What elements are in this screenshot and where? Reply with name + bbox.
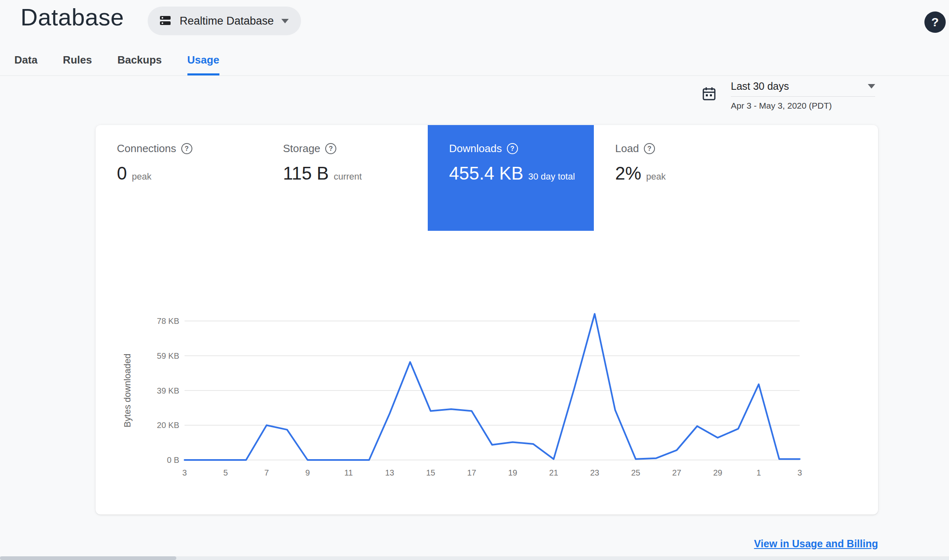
svg-text:20 KB: 20 KB xyxy=(157,421,179,430)
svg-text:17: 17 xyxy=(467,468,476,477)
svg-text:Bytes downloaded: Bytes downloaded xyxy=(122,354,132,428)
svg-text:13: 13 xyxy=(385,468,394,477)
metric-title: Load xyxy=(615,142,639,155)
chevron-down-icon xyxy=(868,84,875,89)
metric-unit-label: 30 day total xyxy=(528,171,575,182)
svg-text:29: 29 xyxy=(713,468,722,477)
svg-text:78 KB: 78 KB xyxy=(157,316,179,326)
usage-chart: 0 B20 KB39 KB59 KB78 KB35791113151719212… xyxy=(96,289,878,486)
page-title: Database xyxy=(21,3,124,31)
usage-billing-link[interactable]: View in Usage and Billing xyxy=(754,538,878,550)
metric-tile-load[interactable]: Load 2% peak xyxy=(594,125,760,231)
help-circle-icon[interactable] xyxy=(181,143,192,154)
metric-unit-label: peak xyxy=(646,171,666,182)
database-selector-label: Realtime Database xyxy=(180,15,274,27)
tab-bar: Data Rules Backups Usage xyxy=(0,51,949,76)
database-usage-page: Database Realtime Database ? Data Rules … xyxy=(0,0,949,560)
svg-text:1: 1 xyxy=(756,468,761,477)
database-selector[interactable]: Realtime Database xyxy=(148,7,301,35)
horizontal-scrollbar-thumb[interactable] xyxy=(0,556,176,560)
date-range-preset: Last 30 days xyxy=(731,80,789,92)
metric-value: 2% xyxy=(615,163,641,184)
svg-text:3: 3 xyxy=(182,468,187,477)
metric-title: Connections xyxy=(117,142,176,155)
metric-value: 0 xyxy=(117,163,127,184)
svg-text:59 KB: 59 KB xyxy=(157,351,179,360)
svg-text:25: 25 xyxy=(631,468,640,477)
help-button[interactable]: ? xyxy=(924,11,946,33)
date-range-block: Last 30 days Apr 3 - May 3, 2020 (PDT) xyxy=(701,80,878,111)
svg-text:11: 11 xyxy=(344,468,353,477)
svg-text:0 B: 0 B xyxy=(167,455,179,464)
tab-usage[interactable]: Usage xyxy=(175,54,232,75)
metric-tile-connections[interactable]: Connections 0 peak xyxy=(96,125,262,231)
metric-unit-label: current xyxy=(334,171,362,182)
chevron-down-icon xyxy=(281,19,289,23)
svg-text:3: 3 xyxy=(797,468,802,477)
metric-value: 115 B xyxy=(283,163,329,184)
metric-value: 455.4 KB xyxy=(449,163,523,184)
database-icon xyxy=(158,14,172,29)
usage-card: Connections 0 peak Storage 115 B current xyxy=(96,125,878,514)
help-circle-icon[interactable] xyxy=(507,143,518,154)
metric-tiles: Connections 0 peak Storage 115 B current xyxy=(96,125,760,231)
metric-title: Storage xyxy=(283,142,320,155)
metric-tile-downloads[interactable]: Downloads 455.4 KB 30 day total xyxy=(428,125,594,231)
metric-unit-label: peak xyxy=(132,171,151,182)
svg-text:5: 5 xyxy=(223,468,228,477)
date-range-caption: Apr 3 - May 3, 2020 (PDT) xyxy=(731,101,878,111)
svg-text:15: 15 xyxy=(426,468,435,477)
horizontal-scrollbar[interactable] xyxy=(0,556,949,560)
svg-text:7: 7 xyxy=(264,468,269,477)
tab-rules[interactable]: Rules xyxy=(50,54,105,75)
help-circle-icon[interactable] xyxy=(325,143,336,154)
svg-text:23: 23 xyxy=(590,468,599,477)
date-range-selector[interactable]: Last 30 days xyxy=(731,80,875,97)
metric-title: Downloads xyxy=(449,142,502,155)
tab-backups[interactable]: Backups xyxy=(105,54,174,75)
calendar-icon xyxy=(701,86,717,103)
svg-text:19: 19 xyxy=(508,468,517,477)
svg-text:39 KB: 39 KB xyxy=(157,386,179,395)
svg-text:27: 27 xyxy=(672,468,681,477)
metric-tile-storage[interactable]: Storage 115 B current xyxy=(262,125,428,231)
svg-text:9: 9 xyxy=(305,468,310,477)
help-circle-icon[interactable] xyxy=(644,143,655,154)
tab-data[interactable]: Data xyxy=(2,54,50,75)
svg-text:21: 21 xyxy=(549,468,558,477)
